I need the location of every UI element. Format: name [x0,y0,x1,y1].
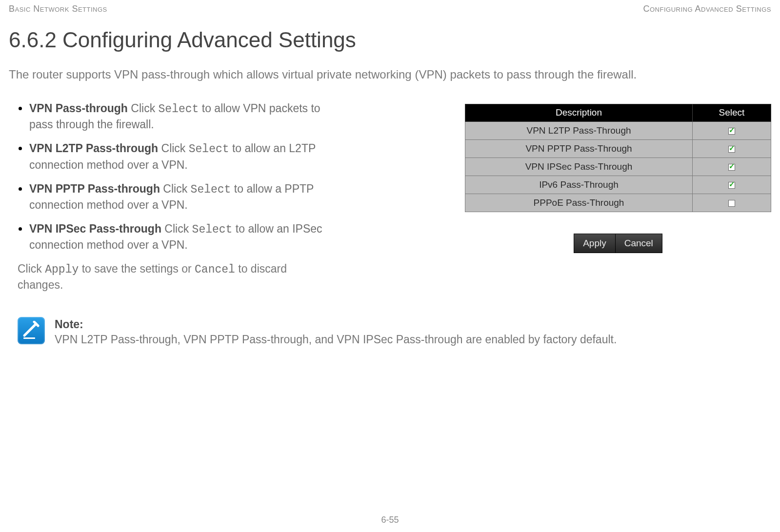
table-cell-select [693,194,771,212]
table-row: VPN L2TP Pass-Through [465,122,771,140]
list-item-text-pre: Click [158,142,189,155]
apply-pre: Click [18,262,45,275]
table-row: IPv6 Pass-Through [465,176,771,194]
cancel-button[interactable]: Cancel [615,234,662,253]
table-cell-select [693,158,771,176]
apply-mid: to save the settings or [79,262,195,275]
col-header-select: Select [693,104,771,122]
list-item: VPN IPSec Pass-through Click Select to a… [29,221,331,253]
page-title: 6.6.2 Configuring Advanced Settings [9,28,771,52]
apply-code-1: Apply [45,263,79,276]
apply-button[interactable]: Apply [574,234,615,253]
table-cell-select [693,176,771,194]
header-right: Configuring Advanced Settings [643,4,771,14]
table-cell-description: PPPoE Pass-Through [465,194,693,212]
list-item-code: Select [192,223,233,236]
apply-paragraph: Click Apply to save the settings or Canc… [9,261,331,293]
page-footer: 6-55 [0,515,780,525]
checkbox[interactable] [728,182,735,189]
note-body: VPN L2TP Pass-through, VPN PPTP Pass-thr… [55,332,617,347]
note-icon [18,317,45,344]
checkbox[interactable] [728,200,735,207]
list-item-term: VPN IPSec Pass-through [29,222,161,235]
apply-code-2: Cancel [195,263,235,276]
feature-list: VPN Pass-through Click Select to allow V… [9,101,331,252]
list-item: VPN PPTP Pass-through Click Select to al… [29,181,331,213]
list-item-text-pre: Click [161,222,192,235]
note-text: Note: VPN L2TP Pass-through, VPN PPTP Pa… [55,317,617,347]
page-header: Basic Network Settings Configuring Advan… [9,0,771,14]
note-label: Note: [55,317,617,332]
table-cell-description: IPv6 Pass-Through [465,176,693,194]
list-item-code: Select [189,143,229,156]
table-cell-select [693,122,771,140]
table-row: VPN PPTP Pass-Through [465,140,771,158]
table-row: VPN IPSec Pass-Through [465,158,771,176]
svg-rect-0 [23,337,35,339]
list-item-code: Select [191,183,231,196]
note-block: Note: VPN L2TP Pass-through, VPN PPTP Pa… [9,317,771,347]
checkbox[interactable] [728,128,735,135]
header-left: Basic Network Settings [9,4,107,14]
list-item-term: VPN Pass-through [29,102,128,115]
checkbox[interactable] [728,146,735,153]
table-cell-select [693,140,771,158]
list-item-text-pre: Click [128,102,159,115]
list-item-code: Select [159,103,199,116]
intro-paragraph: The router supports VPN pass-through whi… [9,67,771,82]
col-header-description: Description [465,104,693,122]
list-item-text-pre: Click [160,182,191,195]
list-item: VPN Pass-through Click Select to allow V… [29,101,331,132]
button-bar: Apply Cancel [465,234,771,253]
table-cell-description: VPN IPSec Pass-Through [465,158,693,176]
table-row: PPPoE Pass-Through [465,194,771,212]
table-cell-description: VPN PPTP Pass-Through [465,140,693,158]
list-item-term: VPN L2TP Pass-through [29,142,158,155]
list-item: VPN L2TP Pass-through Click Select to al… [29,141,331,172]
table-cell-description: VPN L2TP Pass-Through [465,122,693,140]
checkbox[interactable] [728,164,735,171]
passthrough-table: Description Select VPN L2TP Pass-Through… [465,104,771,212]
list-item-term: VPN PPTP Pass-through [29,182,160,195]
button-group: Apply Cancel [574,234,662,253]
